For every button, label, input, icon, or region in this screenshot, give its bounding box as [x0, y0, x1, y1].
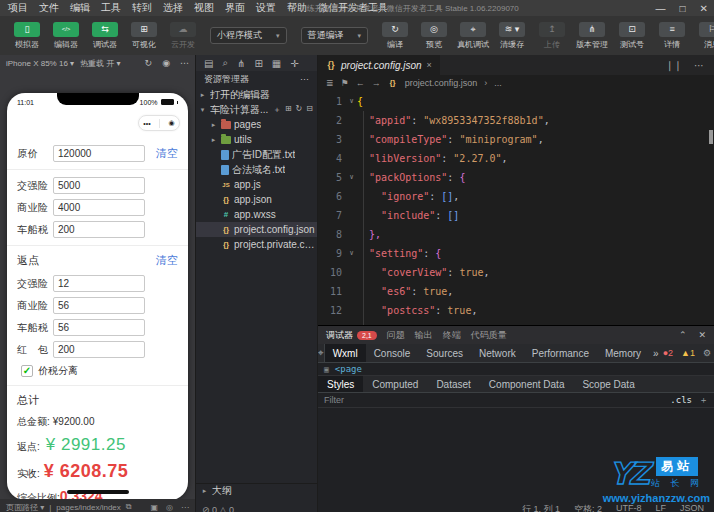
menu-item-选择[interactable]: 选择 — [163, 1, 183, 15]
files-icon[interactable]: ▤ — [204, 58, 213, 69]
tab-component-data[interactable]: Component Data — [480, 376, 574, 392]
tab-代码质量[interactable]: 代码质量 — [471, 329, 507, 342]
extensions-icon[interactable]: ⊞ — [254, 58, 262, 69]
menu-item-视图[interactable]: 视图 — [194, 1, 214, 15]
menu-item-文件[interactable]: 文件 — [39, 1, 59, 15]
refresh-icon[interactable]: ↻ — [296, 104, 303, 115]
code-editor[interactable]: 1∨{2 "appid": "wx8953347352f88b1d",3 "co… — [318, 90, 714, 325]
vconsole-icon[interactable]: ▣ — [150, 503, 158, 512]
menu-item-转到[interactable]: 转到 — [132, 1, 152, 15]
tab-wxml[interactable]: Wxml — [325, 344, 366, 362]
tabs-overflow-icon[interactable]: » — [649, 344, 663, 362]
menu-item-工具[interactable]: 工具 — [101, 1, 121, 15]
field-input[interactable] — [53, 341, 145, 358]
tab-network[interactable]: Network — [471, 344, 524, 362]
page-path-select[interactable]: 页面路径 ▾ — [6, 502, 44, 512]
tab-memory[interactable]: Memory — [597, 344, 649, 362]
tab-styles[interactable]: Styles — [318, 376, 363, 392]
close-button[interactable]: ✕ — [700, 3, 708, 14]
tab-project-config[interactable]: {} project.config.json × — [318, 55, 440, 75]
status-item[interactable]: UTF-8 — [616, 503, 642, 512]
new-file-icon[interactable]: ＋ — [273, 104, 281, 115]
add-rule-icon[interactable]: ＋ — [699, 394, 708, 407]
tab-computed[interactable]: Computed — [363, 376, 427, 392]
tab-scope-data[interactable]: Scope Data — [573, 376, 643, 392]
tb-模拟器-button[interactable]: ▯模拟器 — [10, 22, 44, 50]
menu-item-界面[interactable]: 界面 — [225, 1, 245, 15]
new-folder-icon[interactable]: ⊞ — [285, 104, 292, 115]
maximize-button[interactable]: □ — [680, 3, 686, 14]
tb-预览-button[interactable]: ◎预览 — [417, 22, 451, 50]
menu-item-编辑[interactable]: 编辑 — [70, 1, 90, 15]
cls-toggle[interactable]: .cls — [670, 395, 692, 405]
tb-测试号-button[interactable]: ⊡测试号 — [615, 22, 649, 50]
breadcrumb-more[interactable]: ... — [494, 78, 502, 88]
tree-item-app.js[interactable]: JSapp.js — [196, 177, 317, 192]
tab-输出[interactable]: 输出 — [415, 329, 433, 342]
outline-icon[interactable]: ≣ — [326, 78, 334, 88]
tb-可视化-button[interactable]: ⊞可视化 — [127, 22, 161, 50]
tab-sources[interactable]: Sources — [418, 344, 471, 362]
tb-版本管理-button[interactable]: ⋔版本管理 — [575, 22, 609, 50]
status-item[interactable]: JSON — [680, 503, 704, 512]
clear-rebate-link[interactable]: 清空 — [156, 253, 178, 268]
close-icon[interactable]: ✕ — [698, 330, 706, 340]
tab-终端[interactable]: 终端 — [443, 329, 461, 342]
tree-item-pages[interactable]: ▸pages — [196, 117, 317, 132]
filter-input[interactable]: Filter — [324, 395, 344, 405]
collapse-icon[interactable]: ⌃ — [679, 330, 687, 340]
collapse-all-icon[interactable]: ⊟ — [306, 104, 313, 115]
tb-调试器-button[interactable]: ⇆调试器 — [88, 22, 122, 50]
device-select[interactable]: iPhone X 85% 16 ▾ — [6, 59, 74, 68]
tab-debugger[interactable]: 调试器 2,1 — [326, 329, 377, 342]
tree-item-广告ID配置.txt[interactable]: 广告ID配置.txt — [196, 147, 317, 162]
tb-云开发-button[interactable]: ☁云开发 — [166, 22, 200, 50]
field-input[interactable] — [53, 221, 145, 238]
field-input[interactable] — [53, 199, 145, 216]
field-input[interactable] — [53, 177, 145, 194]
error-count[interactable]: ●2 — [663, 348, 673, 358]
breadcrumb-file[interactable]: project.config.json — [405, 78, 478, 88]
preview-icon[interactable]: ▦ — [272, 58, 281, 69]
tab-dataset[interactable]: Dataset — [427, 376, 479, 392]
status-item[interactable]: 行 1, 列 1 — [522, 503, 560, 512]
source-control-icon[interactable]: ⋔ — [237, 58, 245, 69]
more-icon[interactable]: ··· — [300, 74, 309, 84]
field-input[interactable] — [53, 275, 145, 292]
tab-问题[interactable]: 问题 — [387, 329, 405, 342]
back-icon[interactable]: ← — [356, 78, 365, 88]
capsule-target-icon[interactable]: ◉ — [169, 119, 175, 127]
checkbox-checked-icon[interactable]: ✓ — [21, 365, 33, 377]
tb-详情-button[interactable]: ≡详情 — [655, 22, 689, 50]
clear-price-link[interactable]: 清空 — [156, 146, 178, 161]
gear-icon[interactable]: ⚙ — [703, 348, 711, 358]
wxml-element[interactable]: <page — [335, 364, 362, 374]
field-input[interactable] — [53, 297, 145, 314]
tb-消息-button[interactable]: ⚐消息 — [695, 22, 714, 50]
screenshot-icon[interactable]: ◎ — [166, 503, 173, 512]
tb-真机调试-button[interactable]: ⌖真机调试 — [456, 22, 490, 50]
tree-item-utils[interactable]: ▸utils — [196, 132, 317, 147]
bookmark-icon[interactable]: ⚑ — [341, 78, 349, 88]
record-icon[interactable]: ◉ — [162, 58, 170, 68]
field-input[interactable] — [53, 319, 145, 336]
more-icon[interactable]: ⋯ — [694, 60, 704, 71]
tree-item-合法域名.txt[interactable]: 合法域名.txt — [196, 162, 317, 177]
fold-icon[interactable]: ∨ — [346, 168, 357, 187]
tab-console[interactable]: Console — [366, 344, 419, 362]
tree-item-app.wxss[interactable]: #app.wxss — [196, 207, 317, 222]
inspect-element-icon[interactable]: ⌖ — [318, 344, 325, 362]
outline-section[interactable]: ▸ 大纲 — [196, 483, 317, 498]
status-item[interactable]: LF — [655, 503, 666, 512]
close-tab-icon[interactable]: × — [427, 60, 432, 70]
split-editor-icon[interactable]: ❘❘ — [665, 60, 682, 71]
tb-编译-button[interactable]: ↻编译 — [378, 22, 412, 50]
menu-item-设置[interactable]: 设置 — [256, 1, 276, 15]
tree-item-app.json[interactable]: {}app.json — [196, 192, 317, 207]
hot-reload-toggle[interactable]: 热重载 开 ▾ — [80, 58, 120, 69]
problems-counter[interactable]: ⊘ 0 △ 0 — [202, 505, 234, 512]
capsule-more-icon[interactable]: ••• — [143, 120, 150, 127]
minimize-button[interactable]: — — [656, 3, 666, 14]
fold-icon[interactable]: ∨ — [346, 92, 357, 111]
copy-path-icon[interactable]: ⧉ — [126, 502, 132, 512]
